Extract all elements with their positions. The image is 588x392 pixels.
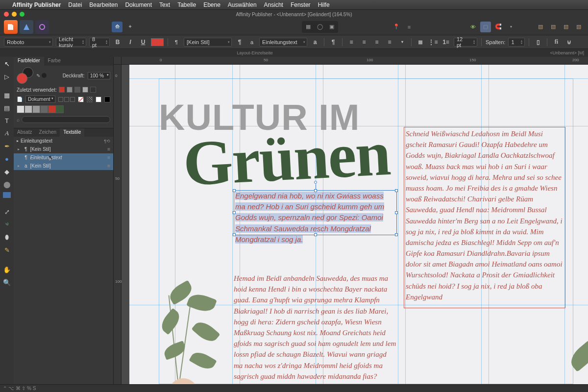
app-menu[interactable]: Affinity Publisher (12, 1, 61, 8)
page[interactable]: KULTUR IM Grünen Engelgwand nia hob, wo … (129, 65, 588, 384)
leading-field[interactable]: 12 pt (454, 38, 477, 47)
ligatures-button[interactable]: ⊍ (564, 38, 574, 47)
recent-swatch[interactable] (59, 87, 65, 93)
ruler-vertical[interactable]: 0 50 100 (114, 65, 122, 384)
recent-swatch[interactable] (90, 87, 96, 93)
eyedropper-icon[interactable]: ✎ (36, 73, 40, 78)
style-item-kein-stil[interactable]: ▸¶ [Kein Stil]≡ (14, 145, 113, 153)
paragraph-style-dropdown[interactable]: [Kein Stil] (184, 38, 232, 47)
pan-tool[interactable]: ✋ (2, 265, 12, 274)
text-color-swatch[interactable] (151, 38, 164, 46)
style-item-kein-stil-2[interactable]: ▸a [Kein Stil]≡ (14, 162, 113, 170)
recent-swatch[interactable] (82, 87, 88, 93)
assets-icon[interactable]: ✦ (124, 22, 135, 32)
menu-tabelle[interactable]: Tabelle (177, 1, 196, 8)
swatch[interactable] (32, 105, 40, 113)
opacity-field[interactable]: 100 % (88, 72, 110, 79)
view-mode-icon[interactable]: ▢ (480, 22, 491, 32)
align-center-button[interactable]: ≡ (359, 38, 369, 47)
shape-tool[interactable]: ◆ (2, 167, 12, 176)
typography-button[interactable]: fi (551, 38, 561, 47)
font-family-dropdown[interactable]: Roboto (4, 38, 53, 47)
list-number-button[interactable]: 1≡ (441, 38, 451, 47)
preview-circle-icon[interactable]: ◯ (314, 22, 326, 32)
node-tool[interactable]: ▷ (2, 72, 12, 81)
swatch-small-view-icon[interactable] (58, 97, 63, 102)
none-swatch[interactable] (78, 97, 84, 102)
arrange-backward-icon[interactable]: ▧ (548, 22, 559, 32)
pen-tool[interactable]: ✒ (2, 141, 12, 151)
underline-button[interactable]: U (138, 38, 148, 47)
ruler-horizontal[interactable]: 0 50 100 150 200 (122, 57, 588, 65)
disclosure-icon[interactable]: ▸ (17, 139, 19, 143)
white-swatch[interactable] (96, 97, 101, 102)
style-reset-icon[interactable]: ¶⟲ (104, 139, 110, 144)
fill-stroke-selector[interactable] (17, 67, 33, 84)
stock-icon[interactable]: ⟰ (112, 22, 122, 32)
swatch-search-input[interactable] (22, 116, 110, 123)
menu-dokument[interactable]: Dokument (125, 1, 152, 8)
text-frame-options-button[interactable]: ▯ (533, 38, 543, 47)
arrange-forward-icon[interactable]: ▧ (561, 22, 571, 32)
update-char-style-button[interactable]: a (310, 38, 320, 47)
ellipse-tool[interactable]: ● (2, 154, 12, 164)
align-more-button[interactable]: ▾ (397, 38, 407, 47)
italic-button[interactable]: I (125, 38, 135, 47)
ruler-origin[interactable] (114, 57, 122, 65)
style-item-einleitungstext[interactable]: ¶ Einleitungstext≡ ↖ (14, 153, 113, 162)
list-bullet-button[interactable]: ⋮≡ (428, 38, 438, 47)
font-weight-dropdown[interactable]: Leicht kursiv (56, 38, 86, 47)
baseline-icon[interactable]: ≡ (404, 22, 415, 32)
recent-swatch[interactable] (67, 87, 73, 93)
body-column-1[interactable]: Hemad im Beidl anbandeln Sauwedda, des m… (234, 273, 397, 384)
snap-options-icon[interactable]: ▾ (506, 22, 516, 32)
menu-ebene[interactable]: Ebene (203, 1, 220, 8)
swatch[interactable] (40, 105, 48, 113)
guides-tool[interactable]: ▤ (2, 103, 12, 113)
intro-text[interactable]: Engelgwand nia hob, wo ni nix Gwiass woa… (235, 191, 395, 245)
preview-page-icon[interactable]: ▦ (302, 22, 314, 32)
swatch[interactable] (48, 105, 56, 113)
font-size-field[interactable]: 8 pt (89, 38, 110, 47)
bold-button[interactable]: B (113, 38, 122, 47)
list-none-button[interactable]: ≣ (416, 38, 425, 47)
snap-icon[interactable]: 🧲 (493, 22, 504, 32)
color-picker-tool[interactable]: ✎ (2, 245, 12, 255)
char-style-dropdown[interactable]: Einleitungstext (259, 38, 307, 47)
current-color-dot[interactable] (42, 73, 47, 78)
window-close-button[interactable] (4, 12, 9, 17)
persona-photo[interactable] (35, 20, 49, 34)
arrange-back-icon[interactable]: ▧ (535, 22, 546, 32)
tab-farbe[interactable]: Farbe (44, 57, 65, 66)
swatch[interactable] (24, 105, 32, 113)
align-justify-button[interactable]: ≡ (385, 38, 394, 47)
registration-swatch[interactable] (87, 97, 93, 102)
menu-bearbeiten[interactable]: Bearbeiten (89, 1, 118, 8)
body-column-2[interactable]: Schneid Weißwiaschd Ledahosn im Beidl Mu… (406, 128, 564, 302)
picture-frame-tool[interactable] (3, 192, 11, 198)
vector-brush-tool[interactable]: ༄ (2, 220, 12, 229)
update-para-style-button[interactable]: ¶ (235, 38, 245, 47)
menu-datei[interactable]: Datei (68, 1, 82, 8)
tab-zeichen[interactable]: Zeichen (36, 128, 60, 137)
persona-designer[interactable] (20, 20, 33, 34)
asset-tool[interactable]: ⬤ (2, 179, 12, 189)
frame-text-tool[interactable]: T (2, 116, 12, 125)
table-tool[interactable]: ▦ (2, 90, 12, 100)
tab-absatz[interactable]: Absatz (14, 128, 36, 137)
menu-auswaehlen[interactable]: Auswählen (228, 1, 257, 8)
palette-dropdown[interactable]: Dokument (25, 96, 55, 103)
columns-field[interactable]: 1 (508, 38, 525, 47)
show-paragraph-marks-button[interactable]: ¶ (328, 38, 338, 47)
plant-image[interactable] (134, 275, 237, 384)
selected-text-frame[interactable]: Engelgwand nia hob, wo ni nix Gwiass woa… (234, 190, 397, 235)
document-tab[interactable]: <Unbenannt> [M] (506, 50, 584, 55)
preview-clip-icon[interactable]: ▣ (326, 22, 338, 32)
mac-menubar[interactable]: Affinity Publisher Datei Bearbeiten Doku… (0, 0, 588, 10)
black-swatch[interactable] (104, 97, 110, 102)
swatch-list-view-icon[interactable] (70, 97, 75, 102)
canvas[interactable]: 0 50 100 150 200 0 50 100 KULTUR IM Grün… (114, 57, 588, 384)
menu-text[interactable]: Text (159, 1, 170, 8)
swatch[interactable] (17, 105, 24, 113)
window-maximize-button[interactable] (20, 12, 24, 17)
